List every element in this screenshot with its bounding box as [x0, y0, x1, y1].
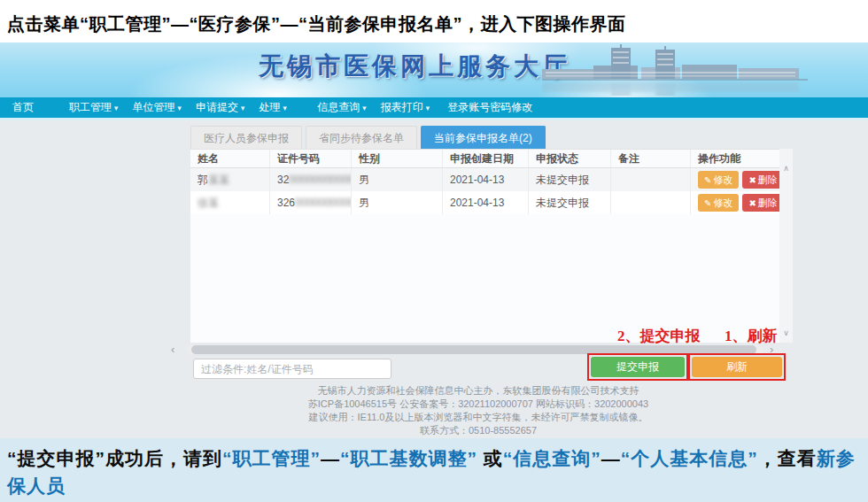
filter-input[interactable] — [193, 359, 391, 379]
cell-create-date: 2021-04-13 — [443, 191, 529, 214]
edit-button[interactable]: ✎修改 — [698, 171, 739, 189]
table-row: 徐某 326000000000000452 男 2021-04-13 未提交申报… — [190, 191, 779, 214]
cell-actions: ✎修改✖删除 — [691, 191, 779, 214]
nav-item-report-print[interactable]: 报表打印▾ — [377, 97, 434, 118]
scroll-left-icon[interactable]: ‹ — [171, 344, 174, 355]
bottom-instruction-link-text: “职工基数调整” — [340, 448, 477, 468]
site-banner: 无锡市医保网上服务大厅 — [0, 42, 868, 97]
caret-down-icon: ▾ — [114, 104, 119, 112]
refresh-button[interactable]: 刷新 — [692, 357, 782, 377]
bottom-instruction-text: “提交申报”成功后，请到 — [7, 448, 222, 468]
col-header-create-date: 申报创建日期 — [443, 150, 529, 167]
page: 点击菜单“职工管理”—“医疗参保”—“当前参保申报名单”，进入下图操作界面 无锡… — [0, 0, 868, 502]
top-instruction-text: 点击菜单“职工管理”—“医疗参保”—“当前参保申报名单”，进入下图操作界面 — [7, 12, 626, 36]
caret-down-icon: ▾ — [362, 104, 367, 112]
caret-down-icon: ▾ — [283, 104, 288, 112]
redacted-text: 0000000000000 — [289, 174, 352, 186]
table-row: 郭某某 320000000000000339 男 2021-04-13 未提交申… — [190, 168, 779, 191]
nav-item-unit-mgmt[interactable]: 单位管理▾ — [129, 97, 186, 118]
delete-icon: ✖ — [748, 198, 756, 208]
footer-line: 苏ICP备10046515号 公安备案号：32021102000707 网站标识… — [124, 398, 833, 411]
submit-declare-button[interactable]: 提交申报 — [591, 357, 685, 377]
cell-gender: 男 — [352, 168, 443, 191]
table-header-row: 姓名 证件号码 性别 申报创建日期 申报状态 备注 操作功能 — [190, 150, 779, 168]
tab-province-sync-pending[interactable]: 省同步待参保名单 — [306, 126, 417, 149]
caret-down-icon: ▾ — [178, 104, 182, 112]
city-skyline-image — [542, 44, 808, 96]
nav-item-employee-mgmt[interactable]: 职工管理▾ — [66, 97, 122, 118]
col-header-gender: 性别 — [352, 150, 443, 167]
cell-remark — [611, 191, 691, 214]
col-header-remark: 备注 — [611, 150, 691, 167]
annotation-box-refresh: 刷新 — [688, 353, 786, 381]
vertical-scrollbar[interactable]: ∧ ∨ — [779, 149, 793, 343]
tab-current-declare-list[interactable]: 当前参保申报名单(2) — [421, 126, 546, 149]
col-header-actions: 操作功能 — [691, 150, 779, 167]
col-header-status: 申报状态 — [529, 150, 611, 167]
caret-down-icon: ▾ — [241, 104, 245, 112]
cell-remark — [611, 168, 691, 191]
nav-item-apply-submit[interactable]: 申请提交▾ — [192, 97, 249, 118]
redacted-text: 徐某 — [198, 197, 219, 209]
scroll-up-icon[interactable]: ∧ — [783, 165, 789, 173]
edit-icon: ✎ — [704, 198, 711, 208]
annotation-step2-label: 2、提交申报 — [617, 326, 701, 346]
col-header-id-number: 证件号码 — [270, 150, 352, 167]
edit-button[interactable]: ✎修改 — [698, 194, 739, 212]
cell-actions: ✎修改✖删除 — [691, 168, 779, 191]
page-footer: 无锡市人力资源和社会保障信息中心主办，东软集团股份有限公司技术支持 苏ICP备1… — [124, 384, 833, 437]
bottom-instruction-link-text: “个人基本信息” — [621, 448, 758, 468]
annotation-step1-label: 1、刷新 — [725, 326, 778, 346]
edit-icon: ✎ — [704, 175, 711, 185]
cell-name: 郭某某 — [190, 168, 270, 191]
delete-button[interactable]: ✖删除 — [742, 194, 779, 212]
footer-line: 建议使用：IE11.0及以上版本浏览器和中文字符集，未经许可严禁复制或镜像。 — [124, 411, 833, 424]
scroll-down-icon[interactable]: ∨ — [783, 329, 789, 337]
nav-item-info-query[interactable]: 信息查询▾ — [314, 97, 370, 118]
cell-status: 未提交申报 — [529, 191, 611, 214]
redacted-text: 000000000000 — [295, 197, 352, 209]
main-content: 医疗人员参保申报 省同步待参保名单 当前参保申报名单(2) 姓名 证件号码 性别… — [0, 118, 868, 438]
cell-id-number: 320000000000000339 — [270, 168, 352, 191]
main-nav: 首页 职工管理▾ 单位管理▾ 申请提交▾ 处理▾ 信息查询▾ 报表打印▾ 登录账… — [0, 97, 868, 118]
footer-line: 联系方式：0510-85552657 — [124, 424, 833, 437]
top-instruction-bar: 点击菜单“职工管理”—“医疗参保”—“当前参保申报名单”，进入下图操作界面 — [0, 0, 868, 42]
cell-name: 徐某 — [190, 191, 270, 214]
footer-line: 无锡市人力资源和社会保障信息中心主办，东软集团股份有限公司技术支持 — [124, 384, 833, 398]
caret-down-icon: ▾ — [426, 104, 430, 112]
cell-create-date: 2021-04-13 — [443, 168, 529, 191]
site-title: 无锡市医保网上服务大厅 — [259, 50, 570, 83]
nav-item-account-password[interactable]: 登录账号密码修改 — [444, 97, 536, 118]
nav-item-process[interactable]: 处理▾ — [256, 97, 291, 118]
nav-item-home[interactable]: 首页 — [9, 97, 37, 118]
cell-gender: 男 — [352, 191, 443, 214]
redacted-text: 某某 — [208, 174, 229, 186]
cell-id-number: 326000000000000452 — [270, 191, 352, 214]
declare-table: 姓名 证件号码 性别 申报创建日期 申报状态 备注 操作功能 郭某某 32000… — [190, 149, 779, 343]
delete-icon: ✖ — [748, 175, 756, 185]
tab-bar: 医疗人员参保申报 省同步待参保名单 当前参保申报名单(2) — [190, 126, 549, 149]
annotation-box-submit: 提交申报 — [587, 353, 688, 381]
delete-button[interactable]: ✖删除 — [742, 171, 779, 189]
bottom-instruction-link-text: “职工管理” — [222, 448, 321, 468]
bottom-instruction-link-text: “信息查询” — [503, 448, 601, 468]
tab-medical-staff-declare[interactable]: 医疗人员参保申报 — [190, 126, 302, 149]
bottom-instruction-bar: “提交申报”成功后，请到“职工管理”—“职工基数调整” 或“信息查询”—“个人基… — [0, 438, 868, 502]
cell-status: 未提交申报 — [529, 168, 611, 191]
col-header-name: 姓名 — [190, 150, 270, 167]
